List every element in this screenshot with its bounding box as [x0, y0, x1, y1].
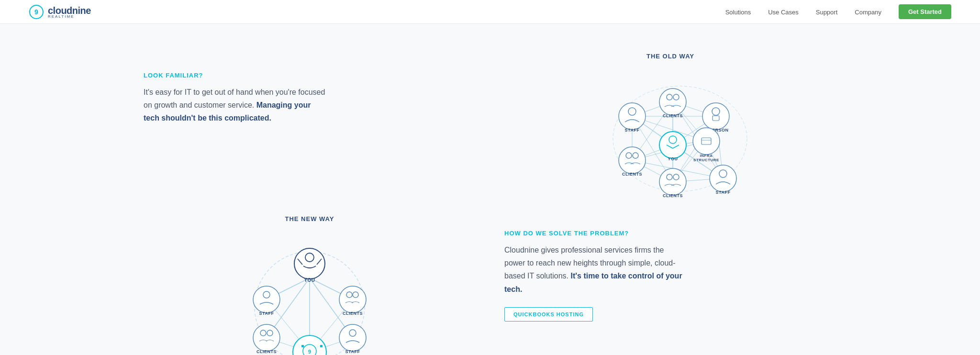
svg-text:YOU: YOU	[668, 156, 678, 161]
solve-description: Cloudnine gives professional services fi…	[504, 244, 686, 296]
main-description: It's easy for IT to get out of hand when…	[144, 86, 325, 125]
svg-text:STAFF: STAFF	[625, 128, 640, 133]
svg-text:STAFF: STAFF	[259, 311, 274, 316]
svg-text:INFRA: INFRA	[700, 154, 713, 158]
svg-point-30	[619, 103, 646, 130]
svg-point-33	[659, 89, 686, 115]
svg-text:STRUCTURE: STRUCTURE	[693, 158, 719, 162]
svg-text:9: 9	[34, 8, 38, 16]
old-way-diagram: THE OLD WAY	[579, 53, 761, 187]
solve-section: HOW DO WE SOLVE THE PROBLEM? Cloudnine g…	[504, 215, 836, 355]
logo-icon: 9	[29, 4, 44, 20]
logo[interactable]: 9 cloudnine REALTIME	[29, 4, 91, 20]
svg-text:YOU: YOU	[304, 277, 315, 283]
svg-point-88	[339, 324, 366, 351]
look-familiar-label: LOOK FAMILIAR?	[144, 72, 476, 79]
svg-rect-95	[320, 345, 323, 347]
nav-use-cases[interactable]: Use Cases	[768, 9, 799, 16]
svg-point-59	[710, 165, 736, 192]
nav-company[interactable]: Company	[855, 9, 881, 16]
svg-point-37	[702, 103, 729, 130]
get-started-button[interactable]: Get Started	[899, 4, 951, 19]
svg-point-80	[339, 286, 366, 313]
svg-rect-94	[301, 345, 304, 347]
old-way-section: THE OLD WAY	[504, 53, 836, 187]
svg-point-46	[693, 128, 720, 155]
left-section: LOOK FAMILIAR? It's easy for IT to get o…	[144, 53, 476, 187]
nav-links: Solutions Use Cases Support Company Get …	[725, 4, 951, 19]
new-way-title: THE NEW WAY	[285, 215, 334, 222]
navbar: 9 cloudnine REALTIME Solutions Use Cases…	[0, 0, 980, 24]
svg-text:CLIENTS: CLIENTS	[622, 172, 642, 177]
svg-text:9: 9	[308, 349, 311, 355]
new-way-svg: YOU STAFF CLIENTS CLIENTS STAFF	[219, 230, 401, 355]
solve-title: HOW DO WE SOLVE THE PROBLEM?	[504, 230, 836, 237]
old-way-svg: STAFF CLIENTS IT PERSON YOU	[579, 65, 780, 199]
svg-point-77	[253, 286, 280, 313]
svg-text:STAFF: STAFF	[716, 190, 731, 195]
nav-solutions[interactable]: Solutions	[725, 9, 751, 16]
bottom-content: THE NEW WAY YOU	[0, 215, 980, 355]
main-content: LOOK FAMILIAR? It's easy for IT to get o…	[0, 24, 980, 215]
svg-text:CLIENTS: CLIENTS	[256, 349, 277, 354]
svg-text:CLIENTS: CLIENTS	[343, 311, 363, 316]
svg-point-51	[619, 147, 646, 174]
svg-point-84	[253, 324, 280, 351]
svg-text:CLIENTS: CLIENTS	[663, 193, 683, 198]
new-way-section: THE NEW WAY YOU	[144, 215, 476, 355]
quickbooks-button[interactable]: QUICKBOOKS HOSTING	[504, 307, 593, 322]
svg-text:CLIENTS: CLIENTS	[663, 113, 683, 118]
nav-support[interactable]: Support	[816, 9, 838, 16]
svg-text:STAFF: STAFF	[345, 349, 360, 354]
old-way-title: THE OLD WAY	[579, 53, 761, 60]
svg-point-55	[659, 168, 686, 195]
